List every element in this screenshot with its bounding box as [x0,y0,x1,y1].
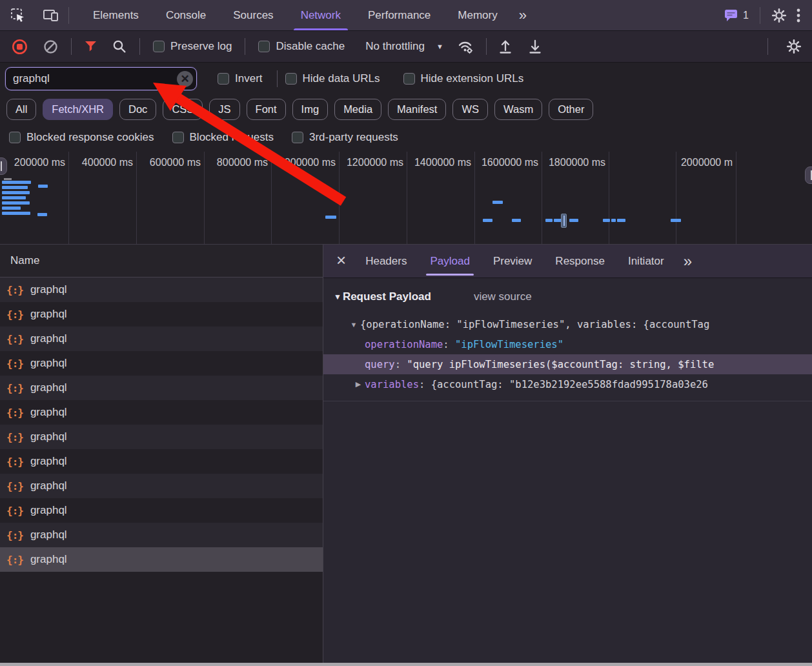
tab-network[interactable]: Network [287,0,354,30]
record-network-log-icon[interactable] [12,39,28,55]
settings-gear-icon[interactable] [771,8,787,23]
payload-colon: : [443,339,455,350]
adv-filter-3rd-party-requests[interactable]: 3rd-party requests [292,131,398,144]
request-row[interactable]: {:}graphql [0,327,323,351]
request-row[interactable]: {:}graphql [0,523,323,547]
name-column-header[interactable]: Name [0,245,323,278]
timeline-gridline [676,152,676,244]
timeline-tick-label: 1000000 ms [279,157,336,168]
request-row[interactable]: {:}graphql [0,474,323,498]
timeline-tick-label: 1600000 ms [482,157,538,168]
filter-chip-media[interactable]: Media [334,99,381,120]
payload-row-operationName[interactable]: operationName: "ipFlowTimeseries" [323,334,812,354]
request-row[interactable]: {:}graphql [0,498,323,523]
clear-filter-icon[interactable]: ✕ [177,71,193,87]
export-har-icon[interactable] [528,39,542,54]
tab-elements[interactable]: Elements [79,0,152,30]
filter-chip-wasm[interactable]: Wasm [494,99,542,120]
filter-chip-fetchxhr[interactable]: Fetch/XHR [43,99,113,120]
more-panels-chevron-icon[interactable]: » [511,0,534,30]
panel-tabs: ElementsConsoleSourcesNetworkPerformance… [79,0,534,30]
overview-left-drag-handle[interactable] [0,157,7,175]
request-name: graphql [30,479,67,492]
detail-tab-payload[interactable]: Payload [418,245,481,278]
checkbox-icon[interactable] [292,132,303,143]
issues-indicator[interactable]: 1 [724,8,749,23]
overview-selection-marker[interactable] [561,214,567,228]
payload-row-variables[interactable]: ▶variables: {accountTag: "b12e3b2192ee55… [323,374,812,394]
payload-row-query[interactable]: query: "query ipFlowTimeseries($accountT… [323,354,812,374]
checkbox-icon[interactable] [9,132,21,143]
filter-chip-doc[interactable]: Doc [119,99,156,120]
invert-toggle[interactable]: Invert [218,72,263,85]
timeline-tick-label: 600000 ms [150,157,201,168]
request-row[interactable]: {:}graphql [0,425,323,449]
filter-chip-other[interactable]: Other [549,99,593,120]
request-row[interactable]: {:}graphql [0,400,323,425]
disable-cache-toggle[interactable]: Disable cache [258,40,345,53]
waterfall-bar [2,212,30,215]
overview-right-drag-handle[interactable] [805,166,812,184]
payload-summary-text: {operationName: "ipFlowTimeseries", vari… [360,319,709,330]
filter-chip-js[interactable]: JS [209,99,239,120]
section-collapse-triangle-icon[interactable]: ▼ [334,292,341,301]
preserve-log-checkbox[interactable] [153,41,165,52]
payload-key: variables [365,379,419,390]
import-har-icon[interactable] [498,39,513,54]
expand-triangle-icon[interactable]: ▶ [352,380,365,388]
detail-more-tabs-icon[interactable]: » [680,254,696,269]
request-row[interactable]: {:}graphql [0,302,323,327]
clear-network-log-icon[interactable] [43,39,58,54]
request-row[interactable]: {:}graphql [0,278,323,302]
timeline-tick-label: 400000 ms [82,157,133,168]
hide-extension-urls-checkbox[interactable] [403,73,415,85]
filter-chip-manifest[interactable]: Manifest [388,99,446,120]
checkbox-icon[interactable] [172,132,184,143]
hide-data-urls-checkbox[interactable] [285,73,297,85]
request-row[interactable]: {:}graphql [0,449,323,474]
filter-chip-all[interactable]: All [6,99,36,120]
filter-chip-img[interactable]: Img [292,99,329,120]
filter-funnel-icon[interactable] [85,41,97,52]
request-name: graphql [30,308,67,321]
request-name: graphql [30,430,67,443]
disable-cache-checkbox[interactable] [258,41,270,52]
request-row[interactable]: {:}graphql [0,351,323,376]
toggle-device-toolbar-icon[interactable] [43,8,59,23]
hide-extension-urls-toggle[interactable]: Hide extension URLs [403,72,524,85]
filter-input[interactable]: ✕ [5,67,197,90]
inspect-element-icon[interactable] [10,8,26,23]
adv-filter-blocked-requests[interactable]: Blocked requests [172,131,274,144]
preserve-log-toggle[interactable]: Preserve log [153,40,232,53]
tab-console[interactable]: Console [152,0,219,30]
request-detail-panel: × HeadersPayloadPreviewResponseInitiator… [323,245,812,663]
detail-tab-preview[interactable]: Preview [482,245,543,278]
tab-sources[interactable]: Sources [219,0,287,30]
filter-chip-font[interactable]: Font [247,99,286,120]
detail-tab-headers[interactable]: Headers [354,245,418,278]
network-toolbar: Preserve log Disable cache No throttling… [0,31,812,63]
detail-tab-initiator[interactable]: Initiator [616,245,676,278]
more-options-dots-icon[interactable] [797,8,800,23]
search-icon[interactable] [112,39,127,54]
adv-filter-blocked-response-cookies[interactable]: Blocked response cookies [9,131,154,144]
invert-checkbox[interactable] [218,73,229,85]
tabbar-right-divider [760,7,760,24]
expand-triangle-icon[interactable]: ▼ [347,321,360,328]
request-row[interactable]: {:}graphql [0,376,323,400]
tab-memory[interactable]: Memory [444,0,511,30]
detail-tab-response[interactable]: Response [543,245,616,278]
close-detail-icon[interactable]: × [332,252,354,270]
tab-performance[interactable]: Performance [354,0,444,30]
network-conditions-icon[interactable] [458,39,474,54]
throttling-dropdown[interactable]: No throttling ▼ [365,40,443,53]
filter-chip-css[interactable]: CSS [163,99,203,120]
filter-text-field[interactable] [6,72,196,85]
network-settings-gear-icon[interactable] [786,39,802,54]
network-overview-timeline[interactable]: 200000 ms400000 ms600000 ms800000 ms1000… [0,152,812,245]
request-row[interactable]: {:}graphql [0,547,323,572]
filter-chip-ws[interactable]: WS [452,99,488,120]
payload-summary-row[interactable]: ▼ {operationName: "ipFlowTimeseries", va… [323,314,812,334]
view-source-link[interactable]: view source [474,290,532,303]
hide-data-urls-toggle[interactable]: Hide data URLs [285,72,380,85]
